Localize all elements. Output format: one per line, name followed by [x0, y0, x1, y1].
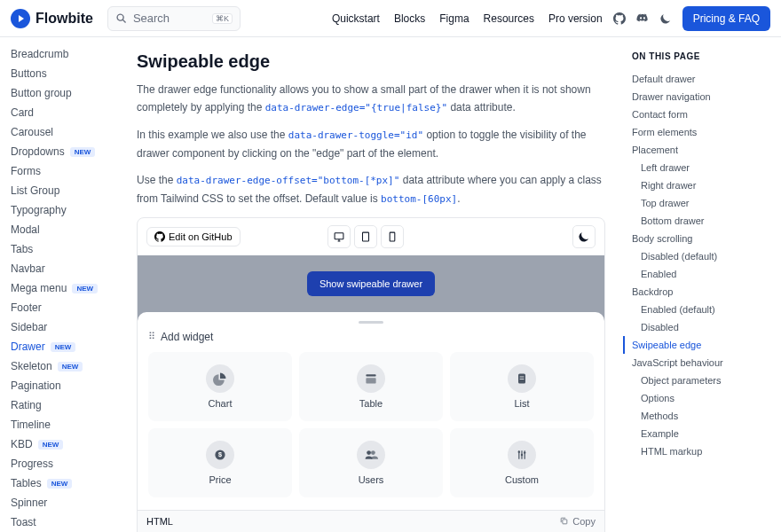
sidebar-tabs[interactable]: Tabs [11, 239, 121, 259]
moon-icon[interactable] [659, 12, 672, 25]
copy-icon [559, 516, 569, 526]
toc-contact-form[interactable]: Contact form [632, 106, 770, 123]
toc-swipeable-edge[interactable]: Swipeable edge [623, 336, 770, 354]
sidebar-mega-menu[interactable]: Mega menuNEW [11, 278, 121, 298]
sidebar-skeleton[interactable]: SkeletonNEW [11, 356, 121, 376]
toc-example[interactable]: Example [632, 425, 770, 442]
device-desktop[interactable] [327, 225, 351, 248]
sidebar-nav: BreadcrumbButtonsButton groupCardCarouse… [0, 37, 121, 532]
toc-enabled[interactable]: Enabled [632, 265, 770, 283]
svg-rect-7 [520, 379, 525, 379]
toc-bottom-drawer[interactable]: Bottom drawer [632, 212, 770, 230]
preview-dark-toggle[interactable] [572, 225, 596, 248]
chart-icon [206, 364, 234, 393]
sidebar-pagination[interactable]: Pagination [11, 376, 121, 395]
drawer-handle[interactable] [359, 321, 383, 324]
edit-github-button[interactable]: Edit on GitHub [146, 227, 241, 246]
sidebar-rating[interactable]: Rating [11, 395, 121, 415]
search-input[interactable]: Search ⌘K [107, 6, 241, 31]
table-icon [357, 364, 385, 393]
logo[interactable]: Flowbite [11, 9, 93, 28]
sidebar-toast[interactable]: Toast [11, 512, 121, 532]
widget-custom[interactable]: Custom [450, 428, 594, 497]
nav-resources[interactable]: Resources [484, 12, 534, 25]
sidebar-button-group[interactable]: Button group [11, 83, 121, 103]
sidebar-tables[interactable]: TablesNEW [11, 473, 121, 493]
github-icon[interactable] [613, 12, 626, 25]
intro-1: The drawer edge functionality allows you… [137, 81, 605, 117]
pricing-button[interactable]: Pricing & FAQ [682, 6, 770, 31]
sidebar-kbd[interactable]: KBDNEW [11, 434, 121, 454]
price-icon: $ [206, 441, 234, 469]
toc-disabled[interactable]: Disabled [632, 318, 770, 336]
sidebar-buttons[interactable]: Buttons [11, 64, 121, 83]
toc-object-parameters[interactable]: Object parameters [632, 372, 770, 389]
svg-point-11 [371, 450, 375, 455]
toc-methods[interactable]: Methods [632, 407, 770, 425]
device-tablet[interactable] [354, 225, 377, 248]
sidebar-footer[interactable]: Footer [11, 298, 121, 317]
logo-icon [11, 9, 30, 28]
sidebar-forms[interactable]: Forms [11, 161, 121, 181]
nav-quickstart[interactable]: Quickstart [332, 12, 380, 25]
sidebar-breadcrumb[interactable]: Breadcrumb [11, 44, 121, 64]
widget-price[interactable]: $Price [148, 428, 292, 497]
toc-enabled-default-[interactable]: Enabled (default) [632, 301, 770, 318]
search-icon [115, 12, 128, 25]
toc-backdrop[interactable]: Backdrop [632, 283, 770, 301]
sidebar-carousel[interactable]: Carousel [11, 122, 121, 142]
svg-rect-3 [366, 374, 375, 376]
sidebar-sidebar[interactable]: Sidebar [11, 317, 121, 337]
sidebar-card[interactable]: Card [11, 103, 121, 122]
add-widget-header: ⠿ Add widget [148, 331, 594, 343]
sidebar-drawer[interactable]: DrawerNEW [11, 337, 121, 356]
widget-users[interactable]: Users [299, 428, 443, 497]
toc-top-drawer[interactable]: Top drawer [632, 194, 770, 212]
badge-new: NEW [51, 342, 76, 352]
sidebar-typography[interactable]: Typography [11, 200, 121, 220]
sidebar-dropdowns[interactable]: DropdownsNEW [11, 142, 121, 161]
svg-rect-0 [335, 232, 343, 239]
top-nav: QuickstartBlocksFigmaResourcesPro versio… [332, 12, 603, 25]
discord-icon[interactable] [636, 12, 649, 25]
toc-form-elements[interactable]: Form elements [632, 123, 770, 141]
toc-drawer-navigation[interactable]: Drawer navigation [632, 88, 770, 106]
sidebar-timeline[interactable]: Timeline [11, 415, 121, 434]
page-title: Swipeable edge [137, 51, 605, 72]
search-placeholder: Search [133, 12, 170, 25]
badge-new: NEW [47, 479, 73, 489]
nav-blocks[interactable]: Blocks [394, 12, 425, 25]
widget-list[interactable]: List [450, 352, 594, 421]
nav-figma[interactable]: Figma [439, 12, 469, 25]
sidebar-progress[interactable]: Progress [11, 454, 121, 473]
svg-point-10 [367, 450, 371, 455]
widget-chart[interactable]: Chart [148, 352, 292, 421]
toc-right-drawer[interactable]: Right drawer [632, 176, 770, 194]
logo-text: Flowbite [36, 11, 93, 27]
toc-javascript-behaviour[interactable]: JavaScript behaviour [632, 354, 770, 372]
toc-default-drawer[interactable]: Default drawer [632, 70, 770, 88]
sidebar-modal[interactable]: Modal [11, 220, 121, 239]
toc-placement[interactable]: Placement [632, 141, 770, 159]
toc-html-markup[interactable]: HTML markup [632, 442, 770, 460]
sidebar-navbar[interactable]: Navbar [11, 259, 121, 278]
device-mobile[interactable] [381, 225, 404, 248]
nav-pro-version[interactable]: Pro version [548, 12, 603, 25]
list-icon [508, 364, 536, 393]
toc-options[interactable]: Options [632, 389, 770, 407]
sidebar-spinner[interactable]: Spinner [11, 493, 121, 512]
svg-rect-6 [520, 376, 525, 377]
widget-table[interactable]: Table [299, 352, 443, 421]
grip-icon: ⠿ [148, 331, 155, 342]
intro-2: In this example we also use the data-dra… [137, 126, 605, 162]
svg-rect-1 [363, 232, 369, 241]
toc-disabled-default-[interactable]: Disabled (default) [632, 247, 770, 265]
svg-rect-4 [366, 378, 375, 383]
show-drawer-button[interactable]: Show swipeable drawer [307, 271, 435, 296]
sidebar-list-group[interactable]: List Group [11, 181, 121, 200]
toc-body-scrolling[interactable]: Body scrolling [632, 230, 770, 247]
copy-button[interactable]: Copy [559, 516, 596, 527]
drawer-edge[interactable]: ⠿ Add widget ChartTableList$PriceUsersCu… [138, 312, 604, 510]
badge-new: NEW [72, 284, 98, 293]
toc-left-drawer[interactable]: Left drawer [632, 159, 770, 176]
